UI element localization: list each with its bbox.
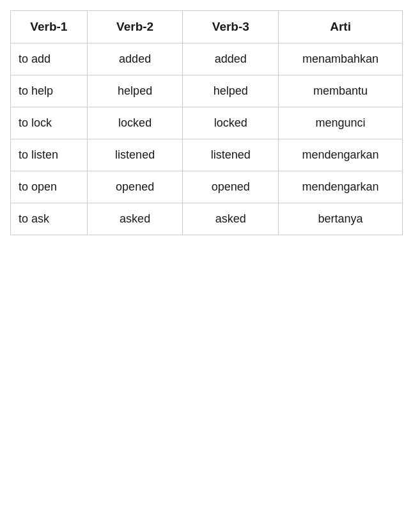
cell-arti-1: membantu xyxy=(279,75,403,107)
cell-verb2-4: opened xyxy=(87,171,183,203)
cell-verb3-4: opened xyxy=(183,171,279,203)
cell-verb1-3: to listen xyxy=(11,139,88,171)
cell-verb3-1: helped xyxy=(183,75,279,107)
cell-verb1-5: to ask xyxy=(11,203,88,235)
cell-arti-2: mengunci xyxy=(279,107,403,139)
cell-verb3-2: locked xyxy=(183,107,279,139)
cell-verb1-2: to lock xyxy=(11,107,88,139)
cell-arti-5: bertanya xyxy=(279,203,403,235)
header-verb2: Verb-2 xyxy=(87,11,183,43)
cell-verb1-4: to open xyxy=(11,171,88,203)
cell-verb2-1: helped xyxy=(87,75,183,107)
header-row: Verb-1 Verb-2 Verb-3 Arti xyxy=(11,11,403,43)
cell-verb2-5: asked xyxy=(87,203,183,235)
cell-verb2-2: locked xyxy=(87,107,183,139)
table-row: to addaddedaddedmenambahkan xyxy=(11,43,403,75)
table-row: to openopenedopenedmendengarkan xyxy=(11,171,403,203)
header-verb1: Verb-1 xyxy=(11,11,88,43)
verb-table: Verb-1 Verb-2 Verb-3 Arti to addaddedadd… xyxy=(10,10,403,235)
cell-verb2-0: added xyxy=(87,43,183,75)
cell-verb2-3: listened xyxy=(87,139,183,171)
cell-verb3-0: added xyxy=(183,43,279,75)
cell-arti-4: mendengarkan xyxy=(279,171,403,203)
table-row: to locklockedlockedmengunci xyxy=(11,107,403,139)
cell-verb3-3: listened xyxy=(183,139,279,171)
table-row: to listenlistenedlistenedmendengarkan xyxy=(11,139,403,171)
table-row: to helphelpedhelpedmembantu xyxy=(11,75,403,107)
table-row: to askaskedaskedbertanya xyxy=(11,203,403,235)
cell-verb1-1: to help xyxy=(11,75,88,107)
cell-verb3-5: asked xyxy=(183,203,279,235)
header-verb3: Verb-3 xyxy=(183,11,279,43)
header-arti: Arti xyxy=(279,11,403,43)
cell-arti-3: mendengarkan xyxy=(279,139,403,171)
cell-verb1-0: to add xyxy=(11,43,88,75)
cell-arti-0: menambahkan xyxy=(279,43,403,75)
